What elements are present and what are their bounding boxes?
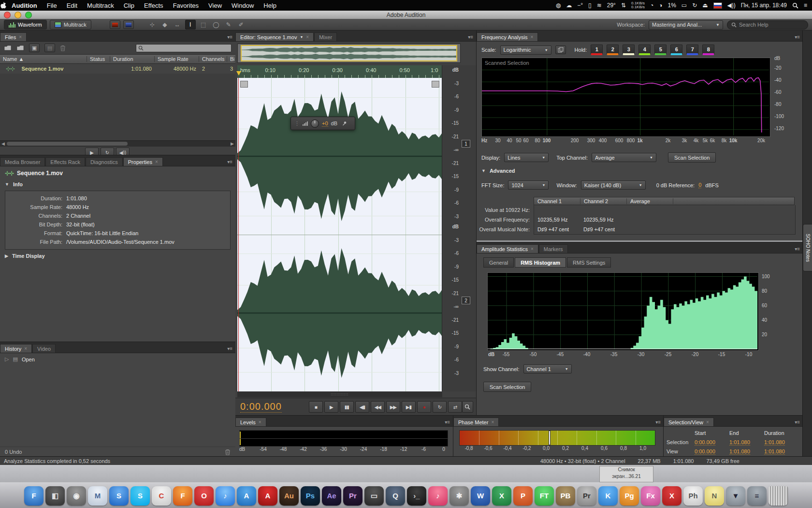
rms-histogram-plot[interactable]: [487, 272, 759, 351]
overview-selection[interactable]: [241, 45, 457, 61]
tab-selection-view[interactable]: Selection/View×: [664, 418, 714, 426]
amplitude-scan-selection-button[interactable]: Scan Selection: [483, 382, 531, 392]
close-icon[interactable]: ×: [306, 34, 309, 40]
frequency-plot[interactable]: Scanned Selection: [481, 58, 770, 137]
hold-button-7[interactable]: 7: [686, 45, 698, 55]
panel-menu-icon[interactable]: ▾≡: [655, 419, 664, 426]
paintbrush-tool[interactable]: ✎: [224, 20, 233, 29]
dock-icon-facetime[interactable]: FT: [535, 486, 554, 506]
razor-tool[interactable]: ◆: [160, 20, 170, 29]
soho-notes-tab[interactable]: SOHO Notes: [803, 224, 812, 271]
tab-history[interactable]: History×: [0, 344, 32, 353]
close-icon[interactable]: ×: [259, 419, 261, 425]
dock-icon-excel[interactable]: X: [492, 486, 511, 506]
net-speed[interactable]: 0.1KB/s0.1KB/s: [631, 1, 645, 9]
skip-to-end-button[interactable]: ▶▮: [402, 401, 416, 413]
tab-diagnostics[interactable]: Diagnostics: [86, 157, 123, 166]
tab-markers[interactable]: Markers: [539, 244, 568, 253]
dock-icon-mission-control[interactable]: ◧: [45, 486, 65, 506]
spectral-display-button[interactable]: [110, 20, 120, 29]
eq-bars-icon[interactable]: ≋: [597, 2, 602, 9]
close-icon[interactable]: ×: [155, 159, 158, 164]
record-button[interactable]: ●: [417, 401, 431, 413]
dock-icon-pages[interactable]: Pg: [620, 486, 639, 506]
history-trash-button[interactable]: [225, 449, 231, 455]
tab-mixer[interactable]: Mixer: [314, 32, 337, 41]
files-horizontal-scrollbar[interactable]: ◀▶: [0, 140, 235, 147]
dock-icon-final-cut[interactable]: X: [662, 486, 682, 506]
menu-favorites[interactable]: Favorites: [168, 2, 203, 9]
dock-icon-app-store[interactable]: A: [237, 486, 256, 506]
delete-file-button[interactable]: [60, 45, 66, 51]
dock-icon-printer[interactable]: Pr: [577, 486, 596, 506]
file-row[interactable]: ⊹⊹ Sequence 1.mov1:01.08048000 Hz23: [0, 64, 235, 74]
import-file-button[interactable]: [16, 45, 24, 51]
editor-zoom-button[interactable]: [462, 401, 473, 413]
dock-icon-terminal[interactable]: ›_: [407, 486, 426, 506]
open-file-button[interactable]: [4, 45, 12, 51]
waveform-channel-2[interactable]: [237, 235, 442, 391]
hold-button-1[interactable]: 1: [591, 45, 603, 55]
menubar-clock[interactable]: Пн, 15 апр. 18:49: [741, 2, 787, 9]
waveform-area[interactable]: ⋮+0dB: [237, 78, 442, 391]
files-search-input[interactable]: [136, 44, 232, 52]
view-start-value[interactable]: 0:00.000: [695, 448, 715, 455]
scan-selection-button[interactable]: Scan Selection: [668, 152, 716, 163]
view-end-value[interactable]: 1:01.080: [729, 448, 750, 455]
timeline-ruler[interactable]: hms0:100:200:300:400:501:0: [237, 65, 442, 78]
play-button[interactable]: ▶: [324, 401, 338, 413]
new-item-button[interactable]: ▣: [29, 44, 40, 52]
pin-icon[interactable]: [342, 121, 347, 126]
hold-button-8[interactable]: 8: [702, 45, 714, 55]
dock-icon-premiere[interactable]: Pr: [343, 486, 362, 506]
sensor-temp[interactable]: 29°: [607, 2, 616, 9]
panel-menu-icon[interactable]: ▾≡: [795, 34, 803, 41]
time-machine-icon[interactable]: ↻: [692, 2, 697, 9]
dock-icon-quicktime[interactable]: Q: [386, 486, 405, 506]
subtab-rms-settings[interactable]: RMS Settings: [567, 257, 611, 268]
apple-icon[interactable]: [0, 1, 7, 9]
close-icon[interactable]: ×: [24, 346, 27, 351]
panel-menu-icon[interactable]: ▾≡: [227, 34, 235, 41]
column-bi[interactable]: Bi: [227, 56, 235, 62]
column-name[interactable]: Name ▲: [0, 56, 87, 62]
time-display-section-header[interactable]: ▶Time Display: [0, 251, 235, 261]
tab-levels[interactable]: Levels×: [235, 418, 266, 426]
panel-menu-icon[interactable]: ▾≡: [227, 159, 235, 166]
dock-icon-skype[interactable]: S: [130, 486, 150, 506]
dock-icon-notes[interactable]: N: [705, 486, 724, 506]
col-channel-1[interactable]: Channel 1: [534, 198, 580, 204]
volume-hud[interactable]: ⋮+0dB: [290, 117, 355, 130]
tab-media-browser[interactable]: Media Browser: [0, 157, 45, 166]
battery-icon[interactable]: ▭: [682, 2, 687, 9]
menu-edit[interactable]: Edit: [62, 2, 82, 9]
hold-button-5[interactable]: 5: [654, 45, 667, 55]
dock-icon-after-effects[interactable]: Ae: [322, 486, 341, 506]
advanced-toggle[interactable]: ▼Advanced: [481, 168, 515, 174]
dock-icon-mail[interactable]: M: [88, 486, 107, 506]
net-arrows-icon[interactable]: ⇅: [621, 2, 626, 9]
dock-icon-powerpoint[interactable]: P: [513, 486, 533, 506]
panel-menu-icon[interactable]: ▾≡: [227, 346, 235, 353]
dock-icon-firefox[interactable]: F: [173, 486, 192, 506]
dock-icon-system-prefs[interactable]: ✱: [450, 486, 469, 506]
dock-icon-clapboard[interactable]: ▭: [364, 486, 384, 506]
waveform-scrollbar[interactable]: ∷∷∷∷∷∷: [237, 392, 442, 397]
panel-menu-icon[interactable]: ▾≡: [445, 419, 453, 426]
move-tool[interactable]: ⊹: [147, 20, 157, 29]
temp-reading[interactable]: −°: [577, 2, 583, 9]
input-flag-ru[interactable]: [713, 2, 722, 9]
overview-strip[interactable]: [237, 44, 461, 63]
volume-icon[interactable]: ◀)): [727, 2, 736, 9]
channel-badge-2[interactable]: 2: [462, 297, 470, 304]
fade-in-handle[interactable]: [240, 81, 248, 88]
menu-file[interactable]: File: [42, 2, 62, 9]
multitrack-mode-button[interactable]: Multitrack: [50, 20, 91, 30]
workspace-dropdown[interactable]: Mastering and Anal...▼: [649, 20, 723, 30]
spectral-pitch-button[interactable]: [123, 20, 134, 29]
history-entry[interactable]: ▷▤Open: [0, 353, 235, 365]
waveform-mode-button[interactable]: Waveform: [4, 20, 47, 30]
dock-icon-music[interactable]: ♪: [428, 486, 448, 506]
tab-video[interactable]: Video: [32, 344, 56, 353]
dock-icon-downloads-stack[interactable]: ▼: [726, 486, 745, 506]
